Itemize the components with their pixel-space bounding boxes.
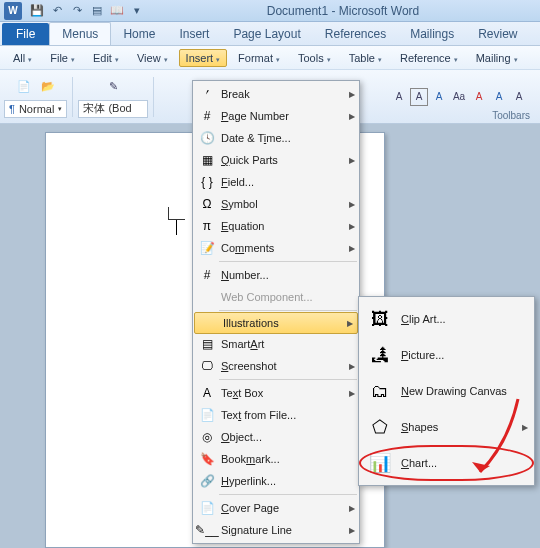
- undo-icon[interactable]: ↶: [48, 2, 66, 20]
- menu-tools[interactable]: Tools: [291, 49, 338, 67]
- new-icon[interactable]: 📄: [13, 76, 35, 98]
- submenu-item-icon: ⬠: [365, 413, 395, 441]
- insert-item-symbol[interactable]: ΩSymbol▶: [193, 193, 359, 215]
- menu-item-label: Equation: [221, 220, 349, 232]
- font-case-icon[interactable]: Aa: [450, 88, 468, 106]
- menu-mailing[interactable]: Mailing: [469, 49, 525, 67]
- menu-view[interactable]: View: [130, 49, 175, 67]
- menu-item-label: Bookmark...: [221, 453, 355, 465]
- submenu-arrow-icon: ▶: [522, 423, 528, 432]
- menu-item-icon: { }: [197, 173, 217, 191]
- tab-mailings[interactable]: Mailings: [398, 23, 466, 45]
- illustrations-item-new-drawing-canvas[interactable]: 🗂New Drawing Canvas: [359, 373, 534, 409]
- font-color-icon[interactable]: A: [510, 88, 528, 106]
- tab-insert[interactable]: Insert: [167, 23, 221, 45]
- font-selector[interactable]: 宋体 (Bod: [78, 100, 148, 118]
- style-a-icon[interactable]: A: [490, 88, 508, 106]
- menu-item-label: Page Number: [221, 110, 349, 122]
- insert-item-field[interactable]: { }Field...: [193, 171, 359, 193]
- insert-item-page-number[interactable]: #Page Number▶: [193, 105, 359, 127]
- submenu-arrow-icon: ▶: [349, 90, 355, 99]
- save-icon[interactable]: 💾: [28, 2, 46, 20]
- insert-item-cover-page[interactable]: 📄Cover Page▶: [193, 497, 359, 519]
- insert-item-object[interactable]: ◎Object...: [193, 426, 359, 448]
- qa-icon[interactable]: 📖: [108, 2, 126, 20]
- menu-reference[interactable]: Reference: [393, 49, 465, 67]
- menu-item-icon: Ω: [197, 195, 217, 213]
- submenu-arrow-icon: ▶: [347, 319, 353, 328]
- menu-item-icon: ⎖: [197, 85, 217, 103]
- open-icon[interactable]: 📂: [37, 76, 59, 98]
- tab-home[interactable]: Home: [111, 23, 167, 45]
- insert-item-date-time[interactable]: 🕓Date & Time...: [193, 127, 359, 149]
- menu-item-icon: ▦: [197, 151, 217, 169]
- submenu-arrow-icon: ▶: [349, 362, 355, 371]
- illustrations-item-chart[interactable]: 📊Chart...: [359, 445, 534, 481]
- qa-dropdown-icon[interactable]: ▾: [128, 2, 146, 20]
- submenu-arrow-icon: ▶: [349, 112, 355, 121]
- menu-item-icon: ✎__: [197, 521, 217, 539]
- menu-insert[interactable]: Insert: [179, 49, 228, 67]
- menu-file[interactable]: File: [43, 49, 82, 67]
- tab-review[interactable]: Review: [466, 23, 529, 45]
- submenu-item-icon: 🖼: [365, 305, 395, 333]
- submenu-item-label: New Drawing Canvas: [401, 385, 528, 397]
- qa-icon[interactable]: ▤: [88, 2, 106, 20]
- menu-table[interactable]: Table: [342, 49, 389, 67]
- menu-item-icon: #: [197, 266, 217, 284]
- title-bar: W 💾 ↶ ↷ ▤ 📖 ▾ Document1 - Microsoft Word: [0, 0, 540, 22]
- insert-item-smartart[interactable]: ▤SmartArt: [193, 333, 359, 355]
- illustrations-item-clip-art[interactable]: 🖼Clip Art...: [359, 301, 534, 337]
- menu-item-icon: A: [197, 384, 217, 402]
- font-grow-icon[interactable]: A: [430, 88, 448, 106]
- redo-icon[interactable]: ↷: [68, 2, 86, 20]
- submenu-arrow-icon: ▶: [349, 200, 355, 209]
- insert-item-equation[interactable]: πEquation▶: [193, 215, 359, 237]
- menu-item-label: Web Component...: [221, 291, 355, 303]
- menu-item-label: Quick Parts: [221, 154, 349, 166]
- insert-item-number[interactable]: #Number...: [193, 264, 359, 286]
- menu-all[interactable]: All: [6, 49, 39, 67]
- menu-format[interactable]: Format: [231, 49, 287, 67]
- insert-item-signature-line[interactable]: ✎__Signature Line▶: [193, 519, 359, 541]
- tool-icon[interactable]: ✎: [102, 76, 124, 98]
- insert-item-hyperlink[interactable]: 🔗Hyperlink...: [193, 470, 359, 492]
- insert-item-screenshot[interactable]: 🖵Screenshot▶: [193, 355, 359, 377]
- insert-item-text-from-file[interactable]: 📄Text from File...: [193, 404, 359, 426]
- insert-item-illustrations[interactable]: Illustrations▶: [194, 312, 358, 334]
- menu-item-label: Signature Line: [221, 524, 349, 536]
- menu-item-icon: #: [197, 107, 217, 125]
- submenu-arrow-icon: ▶: [349, 526, 355, 535]
- insert-item-comments[interactable]: 📝Comments▶: [193, 237, 359, 259]
- clear-format-icon[interactable]: A: [470, 88, 488, 106]
- menu-edit[interactable]: Edit: [86, 49, 126, 67]
- tab-menus[interactable]: Menus: [49, 22, 111, 45]
- menu-item-label: Field...: [221, 176, 355, 188]
- group-label: Toolbars: [492, 110, 530, 121]
- menu-item-label: Illustrations: [223, 317, 347, 329]
- menu-item-label: Comments: [221, 242, 349, 254]
- highlight-icon[interactable]: A: [390, 88, 408, 106]
- submenu-arrow-icon: ▶: [349, 389, 355, 398]
- menu-item-icon: ◎: [197, 428, 217, 446]
- submenu-arrow-icon: ▶: [349, 222, 355, 231]
- insert-item-quick-parts[interactable]: ▦Quick Parts▶: [193, 149, 359, 171]
- insert-item-text-box[interactable]: AText Box▶: [193, 382, 359, 404]
- text-cursor: [176, 219, 177, 235]
- menu-item-icon: 🔖: [197, 450, 217, 468]
- menu-item-icon: 🖵: [197, 357, 217, 375]
- classic-menu-bar: All File Edit View Insert Format Tools T…: [0, 46, 540, 70]
- quick-access-toolbar: 💾 ↶ ↷ ▤ 📖 ▾: [28, 2, 146, 20]
- menu-item-icon: [199, 314, 219, 332]
- file-tab[interactable]: File: [2, 23, 49, 45]
- illustrations-item-shapes[interactable]: ⬠Shapes▶: [359, 409, 534, 445]
- insert-item-break[interactable]: ⎖Break▶: [193, 83, 359, 105]
- menu-item-icon: ▤: [197, 335, 217, 353]
- menu-item-label: Text from File...: [221, 409, 355, 421]
- tab-page-layout[interactable]: Page Layout: [221, 23, 312, 45]
- font-box-icon[interactable]: A: [410, 88, 428, 106]
- insert-item-bookmark[interactable]: 🔖Bookmark...: [193, 448, 359, 470]
- tab-references[interactable]: References: [313, 23, 398, 45]
- illustrations-item-picture[interactable]: 🏞Picture...: [359, 337, 534, 373]
- style-selector[interactable]: ¶Normal▾: [4, 100, 67, 118]
